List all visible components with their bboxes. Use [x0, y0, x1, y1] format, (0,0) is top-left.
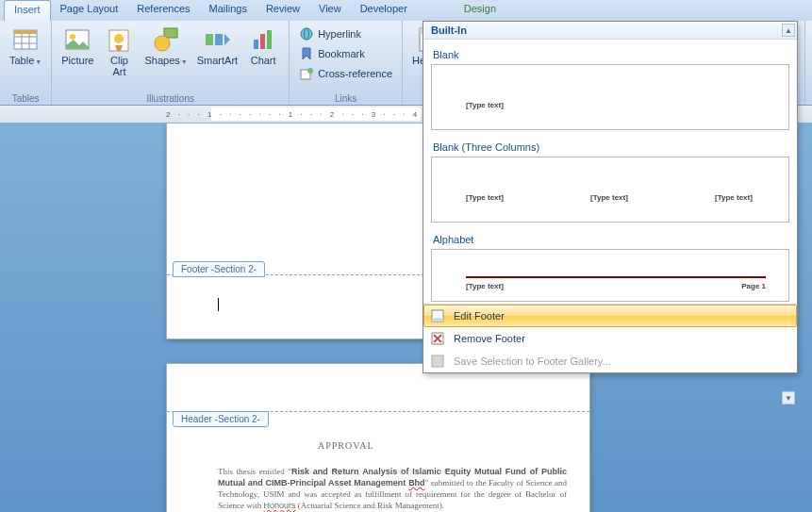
- chart-icon: [248, 25, 278, 55]
- hyperlink-label: Hyperlink: [318, 28, 361, 40]
- hyperlink-icon: [299, 26, 314, 41]
- chart-label: Chart: [251, 55, 276, 66]
- bookmark-icon: [299, 46, 314, 61]
- tab-mailings[interactable]: Mailings: [200, 0, 257, 21]
- clipart-label: Clip Art: [110, 55, 128, 77]
- menu-edit-footer[interactable]: Edit Footer: [423, 305, 797, 327]
- svg-rect-12: [206, 34, 213, 45]
- table-button[interactable]: Table▼: [6, 23, 45, 70]
- smartart-icon: [202, 25, 232, 55]
- smartart-label: SmartArt: [197, 55, 238, 66]
- save-gallery-icon: [429, 354, 446, 369]
- group-links: Links: [295, 92, 396, 104]
- crossref-label: Cross-reference: [318, 68, 392, 79]
- gallery-item-blank-title: Blank: [433, 49, 789, 60]
- menu-save-footer-gallery-label: Save Selection to Footer Gallery...: [454, 355, 611, 367]
- clipart-button[interactable]: Clip Art: [99, 23, 139, 79]
- bookmark-label: Bookmark: [318, 48, 365, 59]
- menu-edit-footer-label: Edit Footer: [454, 310, 505, 322]
- crossref-icon: [299, 66, 314, 81]
- edit-footer-icon: [429, 308, 446, 323]
- svg-point-9: [114, 34, 124, 43]
- table-icon: [10, 25, 41, 55]
- shapes-icon: [151, 25, 181, 55]
- tab-developer[interactable]: Developer: [351, 0, 417, 21]
- footer-gallery-dropdown: Built-In ▲ Blank [Type text] Blank (Thre…: [423, 21, 798, 373]
- gallery-section-header: Built-In: [423, 22, 797, 40]
- picture-icon: [62, 25, 92, 55]
- picture-button[interactable]: Picture: [58, 23, 97, 68]
- footer-section-tab: Footer -Section 2-: [173, 261, 265, 277]
- tab-references[interactable]: References: [127, 0, 199, 21]
- text-cursor: [218, 298, 219, 311]
- gallery-item-alphabet-title: Alphabet: [433, 234, 789, 245]
- smartart-button[interactable]: SmartArt: [193, 23, 241, 68]
- svg-rect-5: [14, 30, 37, 34]
- shapes-button[interactable]: Shapes▼: [141, 23, 191, 70]
- gallery-scroll-down[interactable]: ▼: [782, 391, 795, 405]
- header-section-tab: Header -Section 2-: [173, 411, 269, 427]
- shapes-label: Shapes: [144, 55, 179, 66]
- svg-point-20: [307, 68, 313, 74]
- menu-remove-footer-label: Remove Footer: [454, 333, 525, 344]
- approval-heading: APPROVAL: [318, 439, 374, 453]
- tab-view[interactable]: View: [309, 0, 351, 21]
- menu-remove-footer[interactable]: Remove Footer: [423, 327, 797, 350]
- gallery-scroll-up[interactable]: ▲: [782, 24, 795, 37]
- svg-rect-52: [432, 318, 443, 322]
- hyperlink-button[interactable]: Hyperlink: [295, 25, 396, 43]
- menu-save-footer-gallery: Save Selection to Footer Gallery...: [423, 350, 797, 372]
- svg-rect-56: [432, 355, 443, 367]
- bookmark-button[interactable]: Bookmark: [295, 44, 396, 63]
- svg-point-17: [301, 28, 312, 40]
- group-tables: Tables: [6, 92, 45, 104]
- svg-rect-16: [267, 30, 272, 49]
- table-label: Table: [9, 55, 34, 66]
- approval-body: This thesis entitled "Risk and Return An…: [218, 466, 567, 512]
- crossref-button[interactable]: Cross-reference: [295, 64, 396, 83]
- tab-page-layout[interactable]: Page Layout: [51, 0, 128, 21]
- svg-rect-14: [254, 40, 258, 49]
- clipart-icon: [104, 25, 134, 55]
- gallery-item-blank3[interactable]: [Type text] [Type text] [Type text]: [431, 157, 789, 223]
- gallery-item-blank[interactable]: [Type text]: [431, 64, 789, 130]
- svg-rect-13: [215, 34, 223, 45]
- tab-review[interactable]: Review: [257, 0, 309, 21]
- svg-point-7: [70, 34, 75, 40]
- gallery-item-blank3-title: Blank (Three Columns): [433, 141, 789, 153]
- gallery-item-alphabet[interactable]: [Type text] Page 1: [431, 249, 789, 302]
- svg-rect-15: [260, 34, 265, 49]
- page-2: Header -Section 2- APPROVAL This thesis …: [166, 363, 590, 512]
- chart-button[interactable]: Chart: [243, 23, 283, 68]
- svg-rect-10: [164, 28, 177, 38]
- svg-point-11: [155, 36, 170, 51]
- group-illustrations: Illustrations: [58, 92, 283, 104]
- remove-footer-icon: [429, 331, 446, 346]
- picture-label: Picture: [61, 55, 93, 66]
- tab-design[interactable]: Design: [455, 0, 505, 21]
- tab-insert[interactable]: Insert: [4, 0, 51, 21]
